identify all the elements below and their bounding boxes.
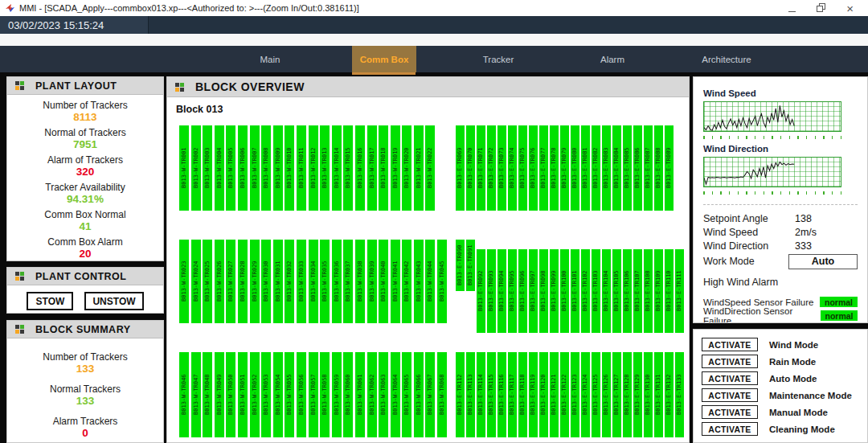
tracker-bar[interactable]: B013-E-TR117 <box>508 352 517 437</box>
tracker-bar[interactable]: B013-E-TR105 <box>612 249 621 333</box>
activate-cleaning-mode-button[interactable]: ACTIVATE <box>702 422 758 436</box>
tracker-bar[interactable]: B013-W-TR043 <box>414 240 424 323</box>
activate-maintenance-mode-button[interactable]: ACTIVATE <box>702 388 758 402</box>
tracker-bar[interactable]: B013-W-TR058 <box>320 352 330 437</box>
activate-rain-mode-button[interactable]: ACTIVATE <box>702 355 758 368</box>
tracker-bar[interactable]: B013-W-TR068 <box>437 352 447 437</box>
tracker-bar[interactable]: B013-E-TR119 <box>529 352 538 437</box>
close-icon[interactable]: × <box>846 3 854 14</box>
tracker-bar[interactable]: B013-E-TR127 <box>612 352 621 437</box>
tracker-bar[interactable]: B013-W-TR016 <box>355 125 365 211</box>
tracker-bar[interactable]: B013-W-TR026 <box>215 240 224 323</box>
tracker-bar[interactable]: B013-W-TR052 <box>250 352 260 437</box>
minimize-icon[interactable] <box>788 3 796 14</box>
tracker-bar[interactable]: B013-W-TR007 <box>250 125 260 211</box>
tracker-bar[interactable]: B013-E-TR128 <box>623 352 632 437</box>
tracker-bar[interactable]: B013-W-TR023 <box>179 240 189 323</box>
tracker-bar[interactable]: B013-W-TR049 <box>215 352 224 437</box>
tracker-bar[interactable]: B013-W-TR027 <box>226 240 235 323</box>
tracker-bar[interactable]: B013-E-TR132 <box>665 352 674 437</box>
tracker-bar[interactable]: B013-W-TR001 <box>179 125 189 211</box>
tracker-bar[interactable]: B013-W-TR057 <box>309 352 318 437</box>
tracker-bar[interactable]: B013-E-TR122 <box>560 352 569 437</box>
tracker-bar[interactable]: B013-W-TR035 <box>320 240 330 323</box>
tracker-bar[interactable]: B013-E-TR087 <box>644 125 653 211</box>
tracker-bar[interactable]: B013-E-TR101 <box>571 249 579 333</box>
tracker-bar[interactable]: B013-E-TR111 <box>675 249 684 333</box>
stow-button[interactable]: STOW <box>27 292 73 310</box>
tracker-bar[interactable]: B013-E-TR116 <box>497 352 506 437</box>
tracker-bar[interactable]: B013-E-TR110 <box>665 249 674 333</box>
tracker-bar[interactable]: B013-W-TR028 <box>238 240 248 323</box>
tracker-bar[interactable]: B013-W-TR048 <box>203 352 212 437</box>
tracker-bar[interactable]: B013-W-TR009 <box>273 125 283 211</box>
tracker-bar[interactable]: B013-W-TR004 <box>215 125 224 211</box>
tracker-bar[interactable]: B013-W-TR039 <box>367 240 377 323</box>
tracker-bar[interactable]: B013-W-TR013 <box>320 125 330 211</box>
tracker-bar[interactable]: B013-E-TR112 <box>456 352 465 437</box>
tracker-bar[interactable]: B013-W-TR010 <box>285 125 294 211</box>
tracker-bar[interactable]: B013-W-TR050 <box>226 352 235 437</box>
tracker-bar[interactable]: B013-W-TR067 <box>425 352 435 437</box>
tracker-bar[interactable]: B013-E-TR071 <box>477 125 485 211</box>
tracker-bar[interactable]: B013-W-TR036 <box>332 240 342 323</box>
tracker-bar[interactable]: B013-E-TR084 <box>612 125 621 211</box>
tracker-bar[interactable]: B013-E-TR072 <box>487 125 496 211</box>
tracker-bar[interactable]: B013-W-TR015 <box>343 125 353 211</box>
tracker-bar[interactable]: B013-W-TR044 <box>425 240 435 323</box>
tracker-bar[interactable]: B013-E-TR129 <box>633 352 642 437</box>
tracker-bar[interactable]: B013-E-TR121 <box>550 352 559 437</box>
tracker-bar[interactable]: B013-W-TR031 <box>273 240 283 323</box>
tracker-bar[interactable]: B013-W-TR021 <box>414 125 424 211</box>
tracker-bar[interactable]: B013-E-TR097 <box>529 249 538 333</box>
tracker-bar[interactable]: B013-E-TR090 <box>456 240 465 291</box>
tracker-bar[interactable]: B013-W-TR012 <box>309 125 318 211</box>
tracker-bar[interactable]: B013-W-TR030 <box>261 240 271 323</box>
tracker-bar[interactable]: B013-W-TR037 <box>343 240 353 323</box>
tracker-bar[interactable]: B013-E-TR092 <box>477 249 485 333</box>
tracker-bar[interactable]: B013-W-TR046 <box>179 352 189 437</box>
tracker-bar[interactable]: B013-E-TR125 <box>592 352 600 437</box>
tracker-bar[interactable]: B013-E-TR069 <box>456 125 465 211</box>
tracker-bar[interactable]: B013-E-TR106 <box>623 249 632 333</box>
tracker-bar[interactable]: B013-W-TR019 <box>391 125 400 211</box>
tracker-bar[interactable]: B013-E-TR089 <box>665 125 674 211</box>
tracker-bar[interactable]: B013-E-TR100 <box>560 249 569 333</box>
tracker-bar[interactable]: B013-E-TR091 <box>466 240 475 291</box>
tracker-bar[interactable]: B013-W-TR020 <box>402 125 411 211</box>
tab-architecture[interactable]: Architecture <box>669 46 784 72</box>
tracker-bar[interactable]: B013-E-TR077 <box>539 125 548 211</box>
tracker-bar[interactable]: B013-E-TR070 <box>466 125 475 211</box>
tracker-bar[interactable]: B013-W-TR045 <box>437 240 447 323</box>
tracker-bar[interactable]: B013-W-TR024 <box>191 240 201 323</box>
tracker-bar[interactable]: B013-E-TR131 <box>654 352 663 437</box>
tracker-bar[interactable]: B013-E-TR094 <box>497 249 506 333</box>
tracker-bar[interactable]: B013-E-TR120 <box>539 352 548 437</box>
tracker-bar[interactable]: B013-W-TR054 <box>273 352 283 437</box>
tracker-bar[interactable]: B013-W-TR063 <box>379 352 388 437</box>
tracker-bar[interactable]: B013-E-TR096 <box>518 249 527 333</box>
tracker-bar[interactable]: B013-E-TR099 <box>550 249 559 333</box>
tracker-bar[interactable]: B013-W-TR017 <box>367 125 377 211</box>
unstow-button[interactable]: UNSTOW <box>84 292 143 310</box>
tracker-bar[interactable]: B013-W-TR053 <box>261 352 271 437</box>
tracker-bar[interactable]: B013-E-TR126 <box>602 352 611 437</box>
tracker-bar[interactable]: B013-E-TR088 <box>654 125 663 211</box>
tracker-bar[interactable]: B013-W-TR011 <box>297 125 306 211</box>
tracker-bar[interactable]: B013-E-TR118 <box>518 352 527 437</box>
tracker-bar[interactable]: B013-W-TR040 <box>379 240 388 323</box>
tracker-bar[interactable]: B013-E-TR114 <box>477 352 485 437</box>
tracker-bar[interactable]: B013-W-TR022 <box>425 125 435 211</box>
tracker-bar[interactable]: B013-W-TR041 <box>391 240 400 323</box>
restore-icon[interactable] <box>817 3 825 14</box>
tracker-bar[interactable]: B013-E-TR103 <box>592 249 600 333</box>
tracker-bar[interactable]: B013-E-TR124 <box>581 352 590 437</box>
tracker-bar[interactable]: B013-W-TR055 <box>285 352 294 437</box>
tracker-bar[interactable]: B013-E-TR074 <box>508 125 517 211</box>
tracker-bar[interactable]: B013-W-TR061 <box>355 352 365 437</box>
tracker-bar[interactable]: B013-W-TR059 <box>332 352 342 437</box>
tracker-bar[interactable]: B013-W-TR018 <box>379 125 388 211</box>
tracker-bar[interactable]: B013-W-TR066 <box>414 352 424 437</box>
tracker-bar[interactable]: B013-W-TR065 <box>402 352 411 437</box>
tracker-bar[interactable]: B013-W-TR003 <box>203 125 212 211</box>
